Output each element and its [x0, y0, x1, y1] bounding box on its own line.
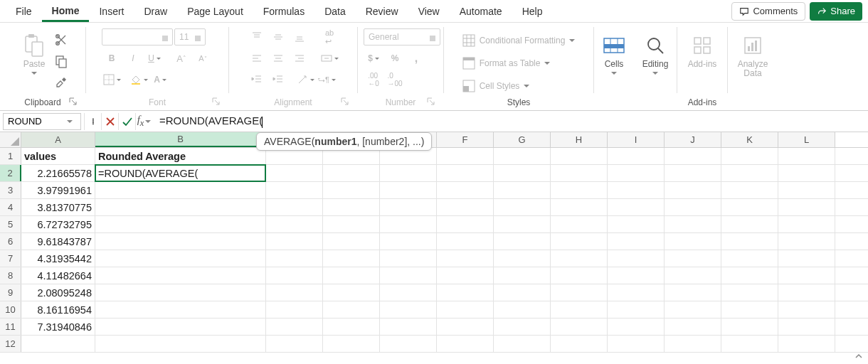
cell-G9[interactable] — [494, 284, 551, 301]
decrease-font-button[interactable]: A˅ — [193, 50, 213, 67]
cell-H12[interactable] — [551, 336, 608, 352]
cell-I4[interactable] — [608, 199, 665, 215]
cell-C6[interactable] — [266, 233, 323, 250]
cell-E10[interactable] — [380, 301, 437, 318]
row-header-7[interactable]: 7 — [0, 250, 21, 267]
cell-K3[interactable] — [721, 182, 778, 198]
orientation-button[interactable] — [295, 71, 315, 88]
formula-options-button[interactable]: ⁞ — [84, 113, 101, 130]
cell-B5[interactable] — [95, 216, 266, 232]
decrease-decimal-button[interactable]: .0→00 — [385, 71, 405, 88]
col-header-B[interactable]: B — [95, 132, 266, 147]
cell-L4[interactable] — [778, 199, 835, 215]
cell-A11[interactable]: 7.31940846 — [21, 318, 95, 335]
cell-C9[interactable] — [266, 284, 323, 301]
cell-G6[interactable] — [494, 233, 551, 250]
fill-color-button[interactable] — [129, 71, 149, 88]
cell-E2[interactable] — [380, 165, 437, 181]
dialog-launcher-icon[interactable] — [211, 97, 221, 107]
font-name-combo[interactable] — [102, 28, 173, 46]
cell-D5[interactable] — [323, 216, 380, 232]
cell-H4[interactable] — [551, 199, 608, 215]
cell-G1[interactable] — [494, 148, 551, 164]
row-header-12[interactable]: 12 — [0, 336, 21, 352]
cell-A1[interactable]: values — [21, 148, 95, 164]
align-right-button[interactable] — [290, 50, 309, 67]
tab-home[interactable]: Home — [42, 1, 90, 22]
tab-review[interactable]: Review — [356, 1, 408, 21]
cell-B6[interactable] — [95, 233, 266, 250]
cell-I10[interactable] — [608, 301, 665, 318]
cell-C5[interactable] — [266, 216, 323, 232]
cell-L2[interactable] — [778, 165, 835, 181]
name-box-input[interactable] — [4, 116, 59, 127]
addins-button[interactable]: Add-ins — [685, 28, 719, 69]
row-header-11[interactable]: 11 — [0, 318, 21, 335]
cell-G3[interactable] — [494, 182, 551, 198]
cell-K7[interactable] — [721, 250, 778, 267]
cell-J6[interactable] — [665, 233, 721, 250]
cells-button[interactable]: Cells — [597, 28, 631, 78]
cell-L7[interactable] — [778, 250, 835, 267]
cell-H1[interactable] — [551, 148, 608, 164]
paste-button[interactable]: Paste — [17, 28, 51, 78]
cell-K8[interactable] — [721, 267, 778, 284]
cell-L8[interactable] — [778, 267, 835, 284]
cell-B10[interactable] — [95, 301, 266, 318]
cancel-formula-button[interactable] — [101, 113, 118, 130]
cell-D12[interactable] — [323, 336, 380, 352]
cell-I11[interactable] — [608, 318, 665, 335]
analyze-data-button[interactable]: Analyze Data — [736, 28, 770, 78]
cell-I6[interactable] — [608, 233, 665, 250]
tab-data[interactable]: Data — [314, 1, 356, 21]
cell-D9[interactable] — [323, 284, 380, 301]
cell-E4[interactable] — [380, 199, 437, 215]
cell-K10[interactable] — [721, 301, 778, 318]
cell-B7[interactable] — [95, 250, 266, 267]
cell-A7[interactable]: 4.31935442 — [21, 250, 95, 267]
copy-button[interactable] — [54, 54, 68, 68]
tab-insert[interactable]: Insert — [89, 1, 134, 21]
row-header-1[interactable]: 1 — [0, 148, 21, 164]
tab-file[interactable]: File — [6, 1, 42, 21]
cell-I7[interactable] — [608, 250, 665, 267]
cell-H10[interactable] — [551, 301, 608, 318]
cell-J3[interactable] — [665, 182, 721, 198]
cell-J1[interactable] — [665, 148, 721, 164]
cell-A2[interactable]: 2.21665578 — [21, 165, 95, 181]
cell-E12[interactable] — [380, 336, 437, 352]
formula-input[interactable]: =ROUND(AVERAGE( — [152, 114, 868, 127]
tab-automate[interactable]: Automate — [450, 1, 512, 21]
cell-C3[interactable] — [266, 182, 323, 198]
tab-view[interactable]: View — [408, 1, 450, 21]
cell-K9[interactable] — [721, 284, 778, 301]
cell-C11[interactable] — [266, 318, 323, 335]
cell-G10[interactable] — [494, 301, 551, 318]
cell-D8[interactable] — [323, 267, 380, 284]
row-header-3[interactable]: 3 — [0, 182, 21, 198]
merge-button[interactable] — [319, 50, 339, 67]
cell-B12[interactable] — [95, 336, 266, 352]
cell-B8[interactable] — [95, 267, 266, 284]
cell-J4[interactable] — [665, 199, 721, 215]
insert-function-button[interactable]: fx — [135, 113, 152, 130]
cell-L11[interactable] — [778, 318, 835, 335]
comments-button[interactable]: Comments — [731, 2, 805, 21]
cell-J5[interactable] — [665, 216, 721, 232]
cell-D10[interactable] — [323, 301, 380, 318]
cell-C8[interactable] — [266, 267, 323, 284]
align-top-button[interactable] — [247, 28, 267, 46]
cell-H9[interactable] — [551, 284, 608, 301]
cell-E9[interactable] — [380, 284, 437, 301]
col-header-A[interactable]: A — [21, 132, 95, 147]
cell-G4[interactable] — [494, 199, 551, 215]
cell-G2[interactable] — [494, 165, 551, 181]
cell-E3[interactable] — [380, 182, 437, 198]
select-all-button[interactable] — [0, 132, 21, 147]
cell-D7[interactable] — [323, 250, 380, 267]
italic-button[interactable]: I — [123, 50, 143, 67]
cell-B2[interactable]: =ROUND(AVERAGE( — [95, 165, 266, 181]
cell-B3[interactable] — [95, 182, 266, 198]
cell-A8[interactable]: 4.11482664 — [21, 267, 95, 284]
cell-A4[interactable]: 3.81370775 — [21, 199, 95, 215]
